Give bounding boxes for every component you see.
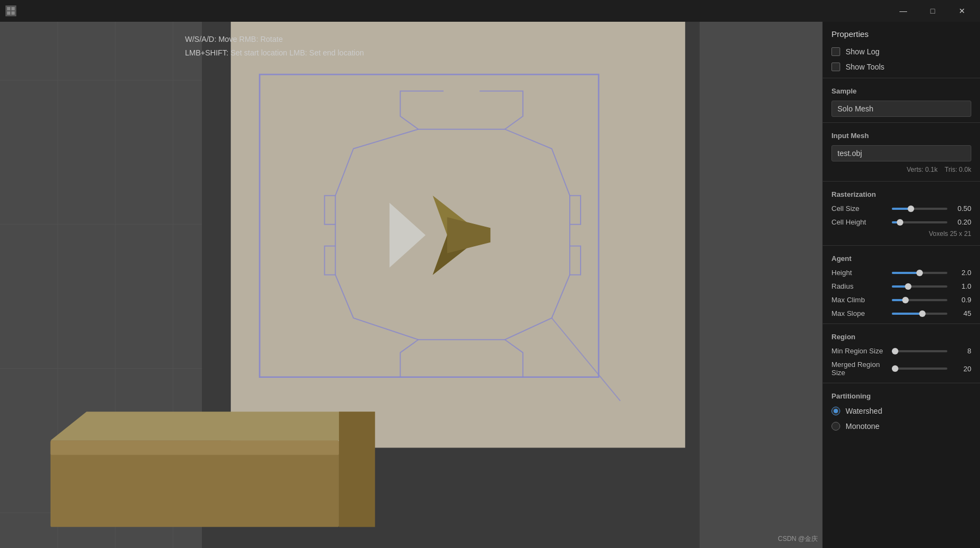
svg-rect-24 bbox=[51, 440, 339, 455]
partitioning-section: Partitioning bbox=[823, 387, 980, 403]
region-section: Region bbox=[823, 327, 980, 344]
agent-radius-thumb[interactable] bbox=[905, 283, 911, 290]
svg-rect-3 bbox=[11, 11, 15, 15]
max-climb-thumb[interactable] bbox=[902, 297, 909, 303]
cell-height-thumb[interactable] bbox=[897, 219, 903, 226]
main-content: W/S/A/D: Move RMB: Rotate LMB+SHIFT: Set… bbox=[0, 22, 980, 548]
max-slope-fill bbox=[892, 313, 922, 315]
watermark: CSDN @金庆 bbox=[778, 534, 818, 544]
tris-info: Tris: 0.0k bbox=[945, 166, 971, 173]
scene-svg bbox=[0, 22, 822, 548]
divider-2 bbox=[823, 122, 980, 123]
sample-section: Sample bbox=[823, 82, 980, 98]
cell-size-slider-container[interactable] bbox=[892, 208, 948, 210]
monotone-row[interactable]: Monotone bbox=[823, 419, 980, 434]
max-slope-slider[interactable] bbox=[892, 313, 948, 315]
sample-input[interactable] bbox=[831, 101, 971, 117]
merged-region-label: Merged Region Size bbox=[831, 360, 887, 377]
agent-height-slider-container[interactable] bbox=[892, 272, 948, 274]
cell-size-value: 0.50 bbox=[952, 204, 971, 213]
divider-1 bbox=[823, 78, 980, 78]
max-slope-slider-container[interactable] bbox=[892, 313, 948, 315]
input-mesh-section: Input Mesh bbox=[823, 126, 980, 143]
titlebar: — □ ✕ bbox=[0, 0, 980, 22]
cell-size-thumb[interactable] bbox=[908, 205, 914, 212]
min-region-row: Min Region Size 8 bbox=[823, 344, 980, 358]
viewport[interactable]: W/S/A/D: Move RMB: Rotate LMB+SHIFT: Set… bbox=[0, 22, 822, 548]
show-log-checkbox[interactable] bbox=[831, 47, 840, 56]
input-mesh-input[interactable] bbox=[831, 145, 971, 161]
agent-height-value: 2.0 bbox=[952, 269, 971, 277]
divider-6 bbox=[823, 383, 980, 383]
maximize-button[interactable]: □ bbox=[920, 2, 945, 20]
agent-height-row: Height 2.0 bbox=[823, 266, 980, 279]
agent-height-thumb[interactable] bbox=[916, 270, 923, 276]
cell-height-slider[interactable] bbox=[892, 221, 948, 223]
voxels-info: Voxels 25 x 21 bbox=[823, 229, 980, 242]
max-climb-row: Max Climb 0.9 bbox=[823, 293, 980, 307]
agent-section: Agent bbox=[823, 249, 980, 266]
min-region-value: 8 bbox=[952, 347, 971, 355]
max-climb-slider[interactable] bbox=[892, 299, 948, 301]
agent-radius-row: Radius 1.0 bbox=[823, 279, 980, 293]
cell-size-label: Cell Size bbox=[831, 204, 887, 213]
cell-size-slider[interactable] bbox=[892, 208, 948, 210]
agent-height-label: Height bbox=[831, 269, 887, 277]
max-slope-row: Max Slope 45 bbox=[823, 307, 980, 320]
svg-rect-0 bbox=[7, 7, 10, 10]
mesh-info: Verts: 0.1k Tris: 0.0k bbox=[823, 164, 980, 178]
watershed-label: Watershed bbox=[846, 407, 882, 415]
agent-radius-value: 1.0 bbox=[952, 282, 971, 290]
agent-radius-slider[interactable] bbox=[892, 285, 948, 288]
merged-region-value: 20 bbox=[952, 365, 971, 373]
monotone-label: Monotone bbox=[846, 422, 879, 431]
max-slope-thumb[interactable] bbox=[919, 310, 926, 317]
merged-region-thumb[interactable] bbox=[892, 365, 898, 372]
svg-rect-1 bbox=[11, 7, 15, 10]
svg-marker-25 bbox=[51, 412, 375, 440]
svg-marker-5 bbox=[700, 22, 822, 548]
agent-radius-slider-container[interactable] bbox=[892, 285, 948, 288]
cell-height-slider-container[interactable] bbox=[892, 221, 948, 223]
agent-height-slider[interactable] bbox=[892, 272, 948, 274]
minimize-button[interactable]: — bbox=[891, 2, 916, 20]
close-button[interactable]: ✕ bbox=[950, 2, 975, 20]
watershed-row[interactable]: Watershed bbox=[823, 403, 980, 419]
verts-info: Verts: 0.1k bbox=[907, 166, 938, 173]
svg-rect-26 bbox=[339, 412, 375, 527]
show-tools-row[interactable]: Show Tools bbox=[823, 59, 980, 74]
max-slope-value: 45 bbox=[952, 309, 971, 317]
min-region-thumb[interactable] bbox=[892, 348, 898, 354]
divider-5 bbox=[823, 323, 980, 324]
show-tools-checkbox[interactable] bbox=[831, 63, 840, 71]
max-climb-label: Max Climb bbox=[831, 296, 887, 304]
max-slope-label: Max Slope bbox=[831, 309, 887, 317]
cell-size-row: Cell Size 0.50 bbox=[823, 202, 980, 215]
max-climb-slider-container[interactable] bbox=[892, 299, 948, 301]
divider-3 bbox=[823, 181, 980, 182]
merged-region-slider[interactable] bbox=[892, 368, 948, 370]
svg-rect-2 bbox=[7, 11, 10, 15]
watershed-radio[interactable] bbox=[831, 407, 840, 415]
divider-4 bbox=[823, 245, 980, 246]
min-region-slider[interactable] bbox=[892, 350, 948, 352]
panel-header: Properties bbox=[823, 22, 980, 44]
merged-region-slider-container[interactable] bbox=[892, 368, 948, 370]
properties-panel: Properties Show Log Show Tools Sample In… bbox=[822, 22, 980, 548]
max-climb-value: 0.9 bbox=[952, 296, 971, 304]
cell-height-label: Cell Height bbox=[831, 218, 887, 226]
show-log-row[interactable]: Show Log bbox=[823, 44, 980, 59]
show-log-label: Show Log bbox=[846, 47, 879, 56]
merged-region-row: Merged Region Size 20 bbox=[823, 358, 980, 379]
agent-radius-label: Radius bbox=[831, 282, 887, 290]
cell-height-value: 0.20 bbox=[952, 218, 971, 226]
cell-height-row: Cell Height 0.20 bbox=[823, 215, 980, 229]
min-region-label: Min Region Size bbox=[831, 347, 887, 355]
rasterization-section: Rasterization bbox=[823, 185, 980, 202]
min-region-slider-container[interactable] bbox=[892, 350, 948, 352]
monotone-radio[interactable] bbox=[831, 422, 840, 431]
titlebar-left bbox=[5, 5, 16, 16]
window-controls: — □ ✕ bbox=[891, 2, 975, 20]
agent-height-fill bbox=[892, 272, 920, 274]
app-icon bbox=[5, 5, 16, 16]
